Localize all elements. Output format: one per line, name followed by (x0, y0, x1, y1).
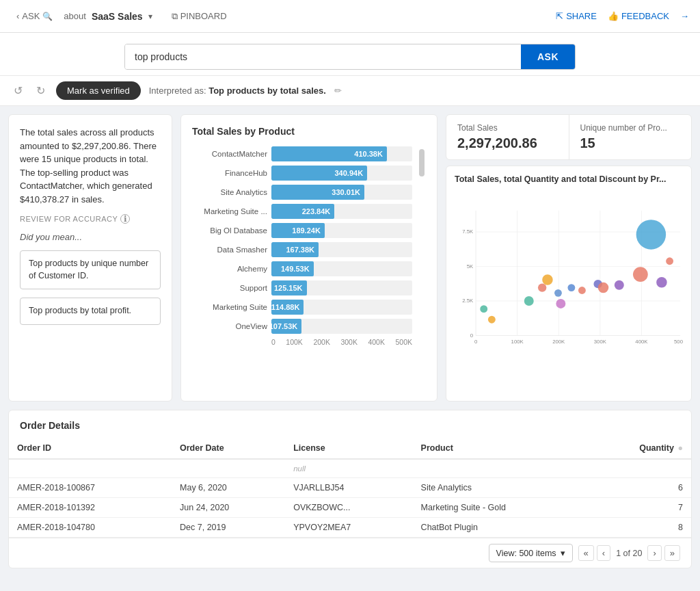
suggestion-button-0[interactable]: Top products by unique number of Custome… (20, 250, 161, 289)
edit-icon[interactable]: ✏ (334, 86, 342, 96)
bar-track-3: 223.84K (271, 204, 412, 219)
summary-text: The total sales across all products amou… (20, 126, 161, 206)
bar-label-2: Site Analytics (192, 188, 267, 196)
cell-license: OVKZBOWC... (285, 498, 412, 518)
bar-row-5: Data Smasher 167.38K (192, 242, 412, 257)
cell-product: Site Analytics (413, 478, 588, 498)
kpi-row: Total Sales 2,297,200.86 Unique number o… (446, 114, 692, 160)
scatter-dot-5 (554, 289, 562, 297)
kpi-cell-1: Unique number of Pro... 15 (569, 115, 692, 159)
bar-label-7: Support (192, 284, 267, 292)
nav-pinboard-button[interactable]: ⧉ PINBOARD (166, 8, 232, 25)
col-order-id[interactable]: Order ID (9, 438, 172, 459)
bar-track-2: 330.01K (271, 185, 412, 200)
cell-empty (413, 459, 588, 478)
bar-track-5: 167.38K (271, 242, 412, 257)
kpi-value-1: 15 (580, 135, 681, 151)
first-page-button[interactable]: « (578, 545, 594, 561)
search-ask-button[interactable]: ASK (521, 44, 575, 69)
nav-search-icon: 🔍 (42, 12, 53, 21)
search-input[interactable]: top products (125, 44, 521, 69)
bar-fill-4: 189.24K (271, 223, 325, 238)
cell-quantity: 6 (588, 478, 691, 498)
cell-order-date: May 6, 2020 (172, 478, 285, 498)
bar-label-5: Data Smasher (192, 246, 267, 254)
nav-ask-button[interactable]: ‹ ASK 🔍 (11, 8, 58, 24)
col-license[interactable]: License (285, 438, 412, 459)
cell-empty (588, 459, 691, 478)
scatter-dot-15 (666, 257, 673, 265)
table-row: AMER-2018-104780 Dec 7, 2019 YPVOY2MEA7 … (9, 518, 691, 538)
interpreted-prefix: Interpreted as: (149, 86, 206, 96)
bar-label-3: Marketing Suite ... (192, 207, 267, 215)
bar-label-6: Alchemy (192, 265, 267, 273)
bar-fill-8: 114.88K (271, 300, 304, 315)
bar-label-8: Marketing Suite (192, 303, 267, 311)
row1: The total sales across all products amou… (8, 114, 692, 402)
cell-product: ChatBot Plugin (413, 518, 588, 538)
did-you-mean-label: Did you mean... (20, 232, 161, 242)
cell-license: YPVOY2MEA7 (285, 518, 412, 538)
scatter-svg: 0 2.5K 5K 7.5K 0 100K 200K 300K 400K 500… (455, 189, 683, 367)
bar-fill-5: 167.38K (271, 242, 319, 257)
col-order-date[interactable]: Order Date (172, 438, 285, 459)
bar-row-1: FinanceHub 340.94K (192, 166, 412, 181)
bar-label-1: FinanceHub (192, 169, 267, 177)
bar-fill-1: 340.94K (271, 166, 367, 181)
scroll-indicator[interactable] (418, 146, 426, 346)
bar-value-2: 330.01K (332, 188, 360, 196)
scatter-dot-0 (480, 305, 487, 313)
nav-saas-label[interactable]: SaaS Sales (92, 11, 143, 22)
chevron-down-icon[interactable]: ▾ (148, 12, 152, 21)
view-select-chevron: ▾ (561, 548, 565, 558)
bar-chart: ContactMatcher 410.38K FinanceHub 340.94… (192, 146, 412, 334)
x-axis-label: 0 (271, 338, 275, 346)
view-select-label: View: 500 items (496, 549, 556, 558)
order-title: Order Details (9, 410, 691, 438)
feedback-button[interactable]: 👍 FEEDBACK (608, 11, 669, 21)
suggestion-button-1[interactable]: Top products by total profit. (20, 298, 161, 325)
page-info: 1 of 20 (613, 549, 645, 558)
svg-text:200K: 200K (552, 339, 565, 345)
undo-button[interactable]: ↺ (11, 83, 25, 98)
scatter-card: Total Sales, total Quantity and total Di… (446, 166, 692, 402)
table-row: AMER-2018-101392 Jun 24, 2020 OVKZBOWC..… (9, 498, 691, 518)
share-button[interactable]: ⇱ SHARE (556, 11, 597, 21)
nav-about-label: about (64, 11, 86, 21)
bar-fill-2: 330.01K (271, 185, 364, 200)
bar-row-8: Marketing Suite 114.88K (192, 300, 412, 315)
review-accuracy-label: REVIEW FOR ACCURACY (20, 215, 118, 223)
verify-button[interactable]: Mark as verified (56, 81, 141, 100)
next-page-button[interactable]: › (647, 545, 661, 561)
bar-track-1: 340.94K (271, 166, 412, 181)
toolbar: ↺ ↻ Mark as verified Interpreted as: Top… (0, 76, 700, 106)
cell-license: VJARLLBJ54 (285, 478, 412, 498)
review-accuracy-button[interactable]: REVIEW FOR ACCURACY ℹ (20, 214, 161, 224)
cell-empty (172, 459, 285, 478)
bar-value-6: 149.53K (281, 265, 310, 273)
expand-button[interactable]: → (680, 11, 689, 21)
redo-button[interactable]: ↻ (33, 83, 48, 98)
x-axis-label: 500K (395, 338, 412, 346)
bar-row-9: OneView 107.53K (192, 319, 412, 334)
kpi-cell-0: Total Sales 2,297,200.86 (446, 115, 569, 159)
col-quantity[interactable]: Quantity ● (588, 438, 691, 459)
prev-page-button[interactable]: ‹ (597, 545, 610, 561)
bar-value-4: 189.24K (292, 226, 321, 235)
nav-left: ‹ ASK 🔍 about SaaS Sales ▾ ⧉ PINBOARD (11, 8, 232, 25)
scatter-dot-12 (633, 267, 648, 282)
scatter-dot-1 (488, 316, 496, 324)
view-select[interactable]: View: 500 items ▾ (489, 544, 573, 562)
bar-row-3: Marketing Suite ... 223.84K (192, 204, 412, 219)
svg-text:400K: 400K (635, 339, 648, 345)
last-page-button[interactable]: » (664, 545, 680, 561)
x-axis-label: 200K (313, 338, 330, 346)
svg-text:100K: 100K (511, 339, 524, 345)
bar-fill-7: 125.15K (271, 280, 307, 296)
cell-empty (9, 459, 172, 478)
col-product[interactable]: Product (413, 438, 588, 459)
table-row: AMER-2018-100867 May 6, 2020 VJARLLBJ54 … (9, 478, 691, 498)
summary-card: The total sales across all products amou… (8, 114, 172, 402)
table-header-row: Order ID Order Date License Product Quan… (9, 438, 691, 459)
bar-row-6: Alchemy 149.53K (192, 261, 412, 276)
